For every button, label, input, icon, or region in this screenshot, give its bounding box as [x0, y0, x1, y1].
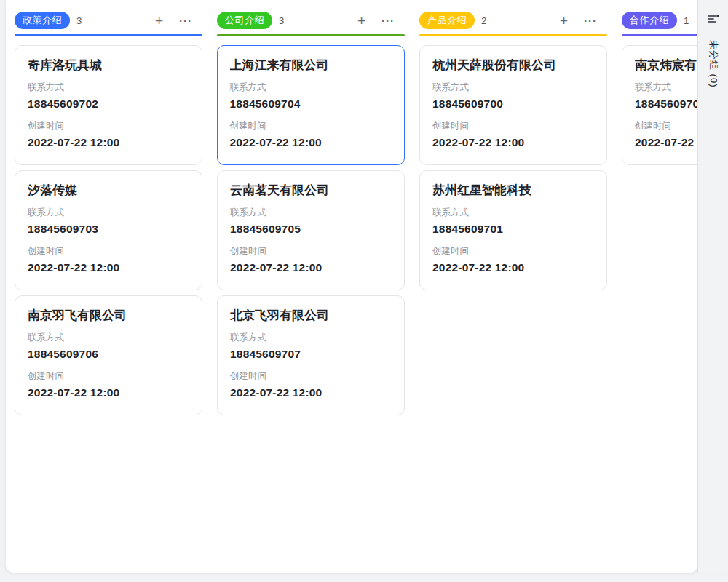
add-card-button[interactable]: + [355, 12, 368, 29]
kanban-card[interactable]: 上海江来有限公司 联系方式 18845609704 创建时间 2022-07-2… [217, 45, 405, 165]
field-value: 2022-07-22 12:00 [28, 386, 189, 400]
group-pill[interactable]: 产品介绍 [419, 12, 475, 29]
plus-icon: + [560, 13, 568, 28]
kanban-card[interactable]: 北京飞羽有限公司 联系方式 18845609707 创建时间 2022-07-2… [217, 295, 405, 415]
field-label: 联系方式 [635, 81, 697, 94]
kanban-card[interactable]: 南京炜宸有限公司 联系方式 18845609708 创建时间 2022-07-2… [622, 45, 697, 165]
field-value: 18845609706 [28, 347, 189, 362]
card-fields: 联系方式 18845609707 创建时间 2022-07-22 12:00 [230, 331, 392, 400]
expand-groups-button[interactable] [705, 12, 721, 28]
field-value: 18845609703 [28, 222, 189, 236]
field-value: 18845609701 [432, 222, 594, 236]
column-underline [217, 34, 405, 36]
card-field: 联系方式 18845609700 [432, 81, 594, 111]
field-value: 2022-07-22 12:00 [432, 260, 594, 275]
kanban-card[interactable]: 奇库洛玩具城 联系方式 18845609702 创建时间 2022-07-22 … [15, 45, 202, 165]
card-title: 上海江来有限公司 [230, 57, 392, 73]
kanban-board: 政策介绍 3 + ··· 奇库洛玩具城 联系方式 18845609702 创建时… [6, 0, 697, 573]
card-fields: 联系方式 18845609702 创建时间 2022-07-22 12:00 [28, 81, 189, 150]
field-label: 创建时间 [432, 119, 594, 132]
kanban-card[interactable]: 苏州红星智能科技 联系方式 18845609701 创建时间 2022-07-2… [419, 170, 607, 290]
card-field: 创建时间 2022-07-22 12:00 [28, 244, 189, 275]
field-label: 创建时间 [635, 119, 697, 132]
field-value: 18845609708 [635, 97, 697, 111]
field-label: 联系方式 [28, 81, 189, 94]
field-value: 18845609707 [230, 347, 392, 362]
card-title: 云南茗天有限公司 [230, 182, 392, 199]
kanban-column: 合作介绍 1 + ··· 南京炜宸有限公司 联系方式 18845609708 创… [622, 12, 697, 415]
group-pill[interactable]: 公司介绍 [217, 12, 272, 29]
field-value: 2022-07-22 12:00 [28, 135, 189, 150]
group-count: 3 [76, 15, 82, 26]
column-more-button[interactable]: ··· [581, 14, 600, 28]
kanban-card[interactable]: 汐落传媒 联系方式 18845609703 创建时间 2022-07-22 12… [15, 170, 202, 290]
group-pill-label: 合作介绍 [630, 14, 669, 27]
card-title: 南京炜宸有限公司 [635, 57, 697, 73]
ellipsis-icon: ··· [584, 15, 597, 27]
field-value: 18845609702 [28, 97, 189, 111]
field-label: 创建时间 [432, 244, 594, 258]
group-pill-label: 产品介绍 [427, 14, 467, 27]
field-label: 联系方式 [28, 206, 189, 219]
field-value: 18845609704 [230, 97, 392, 111]
collapsed-groups-rail[interactable]: 未分组 (0) [697, 0, 728, 573]
kanban-column: 产品介绍 2 + ··· 杭州天薛股份有限公司 联系方式 18845609700… [419, 12, 607, 415]
field-label: 联系方式 [230, 81, 392, 94]
column-underline [15, 34, 202, 36]
group-pill[interactable]: 政策介绍 [15, 12, 70, 29]
ellipsis-icon: ··· [179, 15, 192, 27]
card-fields: 联系方式 18845609708 创建时间 2022-07-22 12:00 [635, 81, 697, 150]
card-fields: 联系方式 18845609703 创建时间 2022-07-22 12:00 [28, 206, 189, 275]
group-count: 1 [684, 15, 689, 26]
field-label: 创建时间 [230, 244, 392, 258]
kanban-card[interactable]: 南京羽飞有限公司 联系方式 18845609706 创建时间 2022-07-2… [15, 295, 202, 415]
card-field: 创建时间 2022-07-22 12:00 [230, 119, 392, 150]
card-fields: 联系方式 18845609701 创建时间 2022-07-22 12:00 [432, 206, 594, 275]
field-label: 联系方式 [28, 331, 189, 344]
card-fields: 联系方式 18845609704 创建时间 2022-07-22 12:00 [230, 81, 392, 150]
field-value: 2022-07-22 12:00 [28, 260, 189, 275]
plus-icon: + [357, 13, 365, 28]
card-title: 北京飞羽有限公司 [230, 307, 392, 324]
group-pill-label: 政策介绍 [23, 14, 62, 27]
field-label: 创建时间 [230, 119, 392, 132]
card-field: 联系方式 18845609708 [635, 81, 697, 111]
kanban-card[interactable]: 杭州天薛股份有限公司 联系方式 18845609700 创建时间 2022-07… [419, 45, 607, 165]
field-label: 联系方式 [432, 81, 594, 94]
column-header: 合作介绍 1 + ··· [622, 12, 697, 29]
column-underline [622, 34, 697, 36]
field-label: 创建时间 [230, 370, 392, 383]
card-list: 奇库洛玩具城 联系方式 18845609702 创建时间 2022-07-22 … [15, 45, 202, 415]
card-field: 联系方式 18845609704 [230, 81, 392, 111]
card-field: 联系方式 18845609706 [28, 331, 189, 362]
card-fields: 联系方式 18845609705 创建时间 2022-07-22 12:00 [230, 206, 392, 275]
ungrouped-label[interactable]: 未分组 (0) [707, 40, 720, 88]
field-label: 创建时间 [28, 119, 189, 132]
card-title: 南京羽飞有限公司 [28, 307, 189, 324]
collapse-groups-icon [707, 12, 719, 27]
column-header: 公司介绍 3 + ··· [217, 12, 405, 29]
column-underline [419, 34, 607, 36]
card-field: 创建时间 2022-07-22 12:00 [230, 370, 392, 400]
group-pill[interactable]: 合作介绍 [622, 12, 677, 29]
card-title: 汐落传媒 [28, 182, 189, 199]
card-field: 联系方式 18845609703 [28, 206, 189, 236]
field-value: 18845609705 [230, 222, 392, 236]
card-field: 联系方式 18845609702 [28, 81, 189, 111]
card-field: 创建时间 2022-07-22 12:00 [230, 244, 392, 275]
group-count: 3 [279, 15, 284, 26]
card-field: 联系方式 18845609707 [230, 331, 392, 362]
card-list: 南京炜宸有限公司 联系方式 18845609708 创建时间 2022-07-2… [622, 45, 697, 165]
column-more-button[interactable]: ··· [176, 14, 195, 28]
add-card-button[interactable]: + [152, 12, 166, 29]
field-value: 2022-07-22 12:00 [230, 260, 392, 275]
add-card-button[interactable]: + [557, 12, 571, 29]
field-label: 创建时间 [28, 244, 189, 258]
field-value: 18845609700 [432, 97, 594, 111]
card-list: 上海江来有限公司 联系方式 18845609704 创建时间 2022-07-2… [217, 45, 405, 415]
card-field: 创建时间 2022-07-22 12:00 [635, 119, 697, 150]
column-header: 政策介绍 3 + ··· [15, 12, 202, 29]
group-pill-label: 公司介绍 [225, 14, 264, 27]
kanban-card[interactable]: 云南茗天有限公司 联系方式 18845609705 创建时间 2022-07-2… [217, 170, 405, 290]
column-more-button[interactable]: ··· [379, 14, 397, 28]
